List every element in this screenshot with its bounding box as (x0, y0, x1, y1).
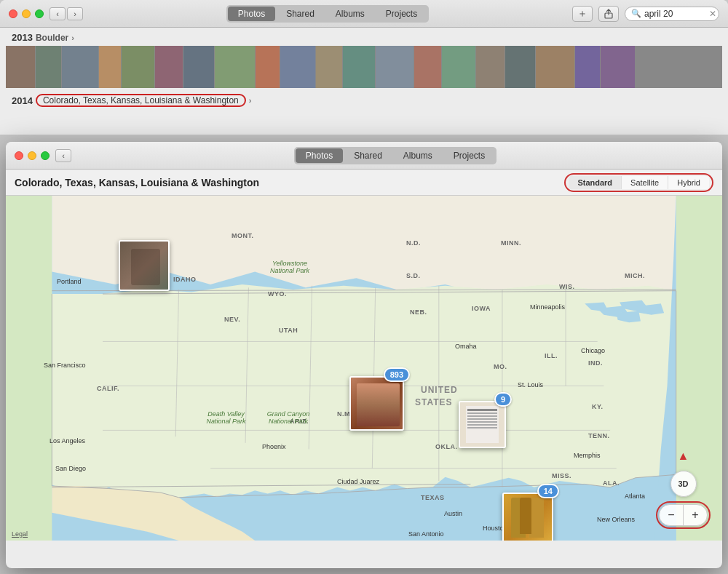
tab-shared-top[interactable]: Shared (276, 7, 325, 21)
album-header: Colorado, Texas, Kansas, Louisiana & Was… (6, 170, 722, 196)
photo-pin-2-group[interactable]: 893 (349, 376, 404, 431)
map-type-hybrid[interactable]: Hybrid (668, 176, 709, 189)
top-titlebar: ‹ › Photos Shared Albums Projects ＋ 🔍 ✕ (0, 0, 728, 28)
add-button-top[interactable]: ＋ (572, 6, 593, 22)
map-controls: ▲ 3D − + (656, 449, 711, 529)
photo-pin-3-group[interactable]: 9 (459, 401, 506, 448)
search-input-top[interactable] (644, 9, 706, 19)
minimize-button-main[interactable] (28, 151, 36, 160)
toolbar-right-top: ＋ 🔍 ✕ (572, 6, 719, 22)
zoom-out-button[interactable]: − (660, 505, 683, 525)
main-titlebar: ‹ Photos Shared Albums Projects (6, 142, 722, 170)
map-type-standard[interactable]: Standard (569, 176, 622, 189)
zoom-group-oval: − + (656, 501, 711, 529)
traffic-lights-main (15, 151, 50, 160)
nav-buttons-top: ‹ › (50, 7, 83, 20)
minimize-button-top[interactable] (22, 9, 31, 18)
tab-photos-top[interactable]: Photos (228, 7, 275, 21)
year-2014-label: 2014 Colorado, Texas, Kansas, Louisiana … (6, 91, 722, 110)
map-type-group: Standard Satellite Hybrid (569, 176, 709, 189)
zoom-in-button[interactable]: + (684, 505, 707, 525)
back-button-main[interactable]: ‹ (55, 149, 71, 162)
tab-albums-top[interactable]: Albums (325, 7, 375, 21)
badge-893: 893 (384, 367, 410, 382)
album-title: Colorado, Texas, Kansas, Louisiana & Was… (15, 177, 564, 188)
top-window: ‹ › Photos Shared Albums Projects ＋ 🔍 ✕ (0, 0, 728, 135)
compass-arrow: ▲ (678, 450, 689, 463)
photo-pin-3[interactable] (459, 401, 506, 448)
back-button-top[interactable]: ‹ (50, 7, 66, 20)
forward-button-top[interactable]: › (67, 7, 83, 20)
map-area[interactable]: MONT. IDAHO WYO. N.D. S.D. MINN. IOWA NE… (6, 196, 722, 541)
close-button-top[interactable] (9, 9, 17, 18)
colorado-link-top[interactable]: Colorado, Texas, Kansas, Louisiana & Was… (36, 94, 246, 107)
zoom-controls: − + (659, 504, 708, 526)
map-type-satellite[interactable]: Satellite (622, 176, 668, 189)
main-window: ‹ Photos Shared Albums Projects Colorado… (6, 142, 722, 568)
tab-shared-main[interactable]: Shared (344, 148, 392, 163)
tab-albums-main[interactable]: Albums (393, 148, 443, 163)
nav-buttons-main: ‹ (55, 149, 71, 162)
fullscreen-button-top[interactable] (35, 9, 44, 18)
tab-group-main: Photos Shared Albums Projects (294, 147, 496, 164)
fullscreen-button-main[interactable] (41, 151, 50, 160)
tab-group-top: Photos Shared Albums Projects (226, 5, 429, 23)
tab-projects-main[interactable]: Projects (443, 148, 495, 163)
map-svg (6, 196, 722, 541)
legal-link[interactable]: Legal (12, 530, 28, 538)
photo-pin-2[interactable] (349, 376, 404, 431)
compass: ▲ (676, 449, 691, 463)
photo-pin-4[interactable] (502, 493, 553, 541)
year-2013-label: 2013 Boulder › (6, 29, 722, 46)
photo-pin-1[interactable] (119, 240, 170, 291)
close-button-main[interactable] (15, 151, 23, 160)
photo-pin-4-group[interactable]: 14 (502, 493, 553, 541)
tab-photos-main[interactable]: Photos (296, 148, 343, 163)
tab-projects-top[interactable]: Projects (376, 7, 427, 21)
boulder-link-top[interactable]: Boulder (36, 33, 68, 43)
traffic-lights-top (9, 9, 44, 18)
search-bar-top[interactable]: 🔍 ✕ (625, 7, 719, 21)
badge-14: 14 (537, 484, 559, 498)
btn-3d[interactable]: 3D (670, 471, 697, 497)
year-2013-section: 2013 Boulder › (0, 28, 728, 89)
photo-strip-2013 (6, 46, 722, 88)
search-clear-top[interactable]: ✕ (709, 9, 716, 19)
badge-9: 9 (494, 392, 512, 407)
share-button-top[interactable] (598, 6, 619, 22)
search-icon-top: 🔍 (631, 9, 641, 18)
year-2014-section: 2014 Colorado, Texas, Kansas, Louisiana … (0, 89, 728, 111)
